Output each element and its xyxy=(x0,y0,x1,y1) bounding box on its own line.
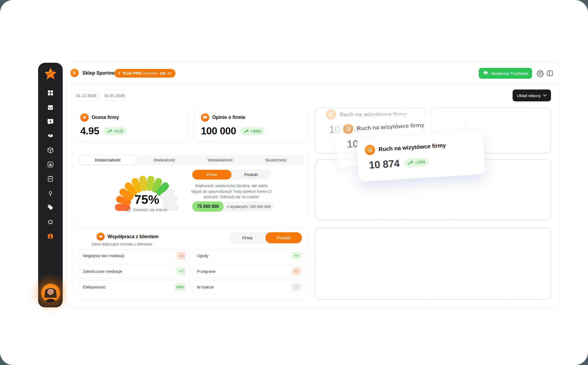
stat-value-badge: +1 xyxy=(292,267,301,275)
stat-label: W trakcie xyxy=(197,285,214,289)
traffic-widget-value: 10 874 xyxy=(368,158,400,171)
learn-more-label: Dowiedz się więcej xyxy=(133,207,167,212)
tab-wystawialnosc[interactable]: Wystawialność xyxy=(192,155,248,165)
tab-otwieralnosc[interactable]: Otwieralność xyxy=(137,155,192,165)
piggy-bank-icon xyxy=(47,218,54,225)
stat-value-badge: +4 xyxy=(292,252,301,260)
cooperation-subtitle: Dane dotyczące rozmów z klientami xyxy=(92,242,152,246)
toggle-firma[interactable]: Firma xyxy=(192,170,231,180)
traffic-analytics-icon xyxy=(343,124,354,134)
app-canvas: S Sklep Sportowy Trust PRO pozostało: 19… xyxy=(0,0,588,365)
traffic-analytics-icon xyxy=(364,144,375,155)
settings-button[interactable] xyxy=(536,69,544,77)
traffic-delta-badge: +10% xyxy=(404,157,429,167)
rating-card: Ocena firmy 4.95 +0.25 xyxy=(74,108,188,142)
panel-toggle-button[interactable] xyxy=(546,69,554,77)
sidebar-item-finance[interactable] xyxy=(47,218,54,225)
clipboard-code-icon xyxy=(47,175,54,182)
sidebar-item-widgets[interactable] xyxy=(47,175,54,182)
sidebar-item-contacts[interactable] xyxy=(47,233,54,240)
svg-text:?: ? xyxy=(128,208,129,211)
deliverability-toggle: Firma Produkt xyxy=(192,170,271,180)
stat-label: Efektywność xyxy=(83,285,105,289)
traffic-widget-title: Ruch na wizytówce firmy xyxy=(357,122,424,132)
toggle-produkt[interactable]: Produkt xyxy=(265,232,302,243)
chevron-down-icon xyxy=(543,94,547,97)
plan-unit: dni xyxy=(167,71,172,75)
stat-value-badge: +7 xyxy=(177,267,186,275)
cooperation-card: Współpraca z klientem Dane dotyczące roz… xyxy=(74,229,309,299)
deliverability-description: Większość wiadomości dociera, ale warto … xyxy=(190,183,273,200)
user-avatar[interactable] xyxy=(41,284,60,303)
stat-value-badge: 0 xyxy=(292,283,301,291)
company-avatar: S xyxy=(70,69,79,77)
stat-row-przegrane: Przegrane +1 xyxy=(192,265,305,278)
stat-value-badge: +2 xyxy=(177,252,186,260)
sidebar-item-dashboard[interactable] xyxy=(47,89,54,96)
plan-name: Trust PRO xyxy=(122,71,142,75)
date-from-chip[interactable]: 01.12.2025 xyxy=(74,90,99,101)
learn-more-link[interactable]: ? Dowiedz się więcej xyxy=(104,207,190,212)
tag-icon xyxy=(47,204,54,211)
dropzone-4[interactable] xyxy=(315,228,551,300)
plan-label: pozostało: xyxy=(143,71,158,75)
dashboard-icon xyxy=(47,89,54,96)
tab-dostarczalnosc[interactable]: Dostarczalność xyxy=(80,156,136,164)
contact-badge-icon-active xyxy=(47,233,54,240)
delivered-stats: 75 000 000 z wysłanych: 100 000 000 xyxy=(192,201,273,212)
stat-label: Przegrane xyxy=(197,269,215,274)
sidebar xyxy=(38,63,63,307)
chat-review-icon xyxy=(47,118,54,125)
rocket-icon xyxy=(117,71,121,75)
reviews-card-title: Opinie o firmie xyxy=(212,115,245,120)
rating-card-title: Ocena firmy xyxy=(92,115,119,120)
stat-row-zakonczone-mediacje: Zakończone mediacje +7 xyxy=(78,265,190,278)
deliverability-tabs: Dostarczalność Otwieralność Wystawialnoś… xyxy=(79,155,304,165)
trend-up-icon xyxy=(107,130,112,133)
sidebar-item-inbox[interactable] xyxy=(47,104,54,111)
star-icon xyxy=(80,113,89,122)
user-avatar-photo xyxy=(41,284,60,303)
trustmate-logo-icon xyxy=(44,67,57,81)
trend-up-icon xyxy=(244,130,248,133)
deliverability-card: Dostarczalność Otwieralność Wystawialnoś… xyxy=(74,148,309,221)
stat-row-w-trakcie: W trakcie 0 xyxy=(192,280,305,293)
trust-pro-badge[interactable]: Trust PRO pozostało: 192 dni xyxy=(114,69,175,78)
stat-row-negatywy: Negatywy bez mediacji +2 xyxy=(78,249,190,262)
layout-dropdown-label: Układ własny xyxy=(517,93,541,98)
toggle-firma[interactable]: Firma xyxy=(229,232,265,243)
stat-label: Zakończone mediacje xyxy=(83,269,122,274)
stat-label: Negatywy bez mediacji xyxy=(83,253,124,258)
rating-value: 4.95 xyxy=(80,125,99,137)
package-icon xyxy=(47,147,54,154)
academy-button[interactable]: Akademia TrustMate xyxy=(479,68,532,79)
sidebar-item-ideas[interactable] xyxy=(47,190,54,197)
lightbulb-icon xyxy=(47,190,54,197)
gauge-percent: 75% xyxy=(104,192,190,207)
stat-row-efektywnosc: Efektywność 89% xyxy=(78,280,190,293)
layout-dropdown[interactable]: Układ własny xyxy=(513,89,551,101)
delivered-caption: z wysłanych: 100 000 000 xyxy=(227,204,271,209)
traffic-analytics-icon xyxy=(326,109,336,120)
sidebar-item-tags[interactable] xyxy=(47,204,54,211)
toggle-produkt[interactable]: Produkt xyxy=(231,170,271,180)
stat-value-badge: 89% xyxy=(174,283,186,291)
help-circle-icon: ? xyxy=(127,208,131,212)
traffic-widget-title: Ruch na wizytówce firmy xyxy=(378,142,446,152)
sidebar-item-partnership[interactable] xyxy=(47,132,54,139)
company-name: Sklep Sportowy xyxy=(82,70,118,76)
academy-button-label: Akademia TrustMate xyxy=(491,71,528,76)
cooperation-title: Współpraca z klientem xyxy=(108,234,159,240)
trend-up-icon xyxy=(408,161,413,165)
sidebar-item-statistics[interactable] xyxy=(47,161,54,168)
stat-row-ugody: Ugody +4 xyxy=(192,249,305,262)
sidebar-nav xyxy=(47,89,54,240)
sidebar-item-reviews[interactable] xyxy=(47,118,54,125)
traffic-widget-card-dragging[interactable]: Ruch na wizytówce firmy 10 874 +10% xyxy=(357,131,486,182)
reviews-delta-badge: +3000 xyxy=(240,127,264,135)
sidebar-item-products[interactable] xyxy=(47,147,54,154)
date-to-chip[interactable]: 01.01.2026 xyxy=(101,90,128,101)
stat-label: Ugody xyxy=(197,253,208,258)
inbox-icon xyxy=(47,104,54,111)
tab-skutecznosc[interactable]: Skuteczność xyxy=(248,155,304,165)
